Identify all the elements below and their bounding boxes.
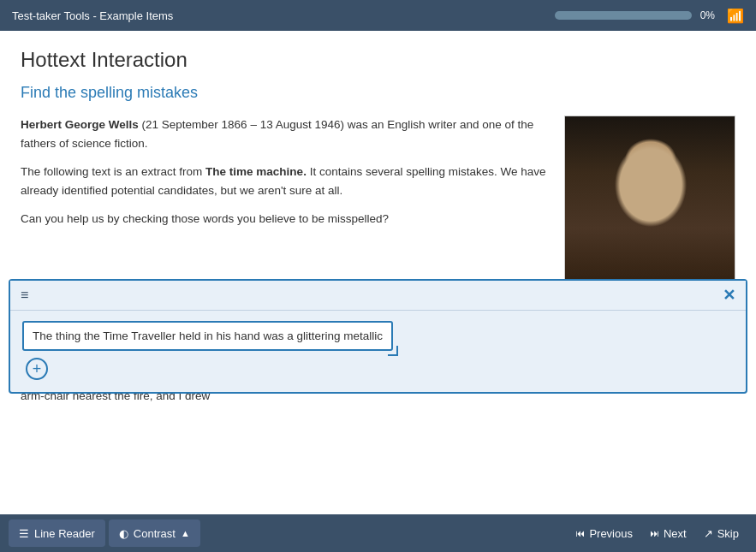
- intro-2-part1: The following text is an extract from: [21, 165, 205, 178]
- photo-face: [565, 116, 735, 303]
- contrast-icon: ◐: [119, 527, 128, 540]
- intro-para-2: The following text is an extract from Th…: [21, 163, 547, 199]
- modal-body: The thing the Time Traveller held in his…: [10, 311, 746, 392]
- app-title: Test-taker Tools - Example Items: [12, 9, 555, 22]
- line-reader-button[interactable]: ☰ Line Reader: [9, 519, 105, 547]
- skip-icon: ↗: [704, 527, 713, 540]
- modal-close-button[interactable]: ✕: [723, 286, 735, 305]
- contrast-chevron: ▲: [181, 528, 190, 538]
- wifi-icon: 📶: [727, 8, 744, 24]
- next-icon: ⏭: [650, 528, 659, 538]
- progress-label: 0%: [700, 9, 715, 21]
- bottom-toolbar: ☰ Line Reader ◐ Contrast ▲ ⏮ Previous ⏭ …: [0, 514, 756, 552]
- line-reader-icon: ☰: [19, 527, 29, 540]
- page-title: Hottext Interaction: [21, 48, 735, 72]
- author-name: Herbert George Wells: [21, 118, 139, 131]
- previous-icon: ⏮: [575, 528, 585, 538]
- previous-label: Previous: [589, 527, 633, 540]
- toolbar-left: ☰ Line Reader ◐ Contrast ▲: [9, 519, 200, 547]
- modal-header: ≡ ✕: [10, 281, 746, 311]
- book-title: The time machine.: [205, 165, 307, 178]
- question-title: Find the spelling mistakes: [21, 84, 735, 102]
- previous-button[interactable]: ⏮ Previous: [567, 522, 641, 545]
- next-label: Next: [664, 527, 687, 540]
- next-button[interactable]: ⏭ Next: [641, 522, 695, 545]
- intro-para-3: Can you help us by checking those words …: [21, 210, 547, 229]
- contrast-label: Contrast: [134, 527, 176, 540]
- top-bar: Test-taker Tools - Example Items 0% 📶: [0, 0, 756, 31]
- hw-wells-photo: [564, 116, 735, 304]
- progress-bar-container: [555, 11, 692, 20]
- modal-add-button[interactable]: +: [26, 358, 48, 380]
- main-content: Hottext Interaction Find the spelling mi…: [0, 31, 756, 514]
- intro-para-1: Herbert George Wells (21 September 1866 …: [21, 116, 547, 152]
- intro-3-text: Can you help us by checking those words …: [21, 212, 389, 225]
- modal-overlay: ≡ ✕ The thing the Time Traveller held in…: [9, 279, 747, 394]
- skip-label: Skip: [717, 527, 739, 540]
- scroll-area[interactable]: Hottext Interaction Find the spelling mi…: [0, 31, 756, 514]
- line-reader-label: Line Reader: [34, 527, 95, 540]
- modal-text-box: The thing the Time Traveller held in his…: [22, 321, 393, 351]
- modal-menu-icon[interactable]: ≡: [21, 288, 28, 303]
- skip-button[interactable]: ↗ Skip: [695, 522, 747, 545]
- contrast-button[interactable]: ◐ Contrast ▲: [109, 519, 200, 547]
